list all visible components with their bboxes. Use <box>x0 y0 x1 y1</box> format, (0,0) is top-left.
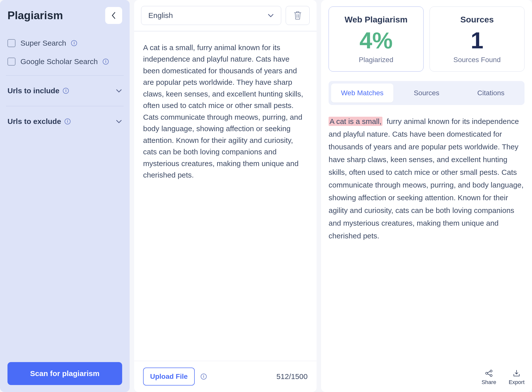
chevron-down-icon <box>116 119 122 123</box>
stat-title: Sources <box>435 15 519 24</box>
stat-cards: Web Plagiarism 4% Plagiarized Sources 1 … <box>329 6 525 72</box>
option-super-search[interactable]: Super Search i <box>7 34 122 52</box>
footer-left: Upload File i <box>143 368 207 386</box>
clear-button[interactable] <box>286 6 310 25</box>
upload-file-button[interactable]: Upload File <box>143 368 195 386</box>
results-panel: Web Plagiarism 4% Plagiarized Sources 1 … <box>321 0 532 392</box>
stat-card-sources[interactable]: Sources 1 Sources Found <box>430 6 525 72</box>
stat-card-plagiarism[interactable]: Web Plagiarism 4% Plagiarized <box>329 6 424 72</box>
accordion-label-wrap: Urls to include i <box>7 87 69 95</box>
info-icon[interactable]: i <box>201 374 207 380</box>
accordion-label-wrap: Urls to exclude i <box>7 117 71 126</box>
match-rest: furry animal known for its independence … <box>329 117 524 240</box>
stat-title: Web Plagiarism <box>334 15 418 24</box>
divider <box>6 106 124 106</box>
accordion-urls-include[interactable]: Urls to include i <box>7 80 122 101</box>
accordion-urls-exclude[interactable]: Urls to exclude i <box>7 111 122 132</box>
accordion-label: Urls to include <box>7 87 59 95</box>
option-label: Google Scholar Search <box>20 57 98 66</box>
checkbox-super-search[interactable] <box>7 39 15 47</box>
results-tabs: Web Matches Sources Citations <box>329 81 525 105</box>
share-label: Share <box>482 379 496 386</box>
info-icon[interactable]: i <box>63 88 69 94</box>
chevron-left-icon <box>111 11 116 20</box>
page-title: Plagiarism <box>7 9 63 22</box>
option-google-scholar[interactable]: Google Scholar Search i <box>7 52 122 71</box>
share-icon <box>485 369 493 378</box>
chevron-down-icon <box>116 89 122 93</box>
highlighted-match[interactable]: A cat is a small, <box>329 117 382 126</box>
tab-web-matches[interactable]: Web Matches <box>331 84 393 102</box>
editor-toolbar: English <box>134 0 317 31</box>
chevron-down-icon <box>267 13 274 17</box>
export-label: Export <box>509 379 525 386</box>
tab-citations[interactable]: Citations <box>460 84 522 102</box>
info-icon[interactable]: i <box>71 40 77 46</box>
back-button[interactable] <box>105 7 122 24</box>
text-input[interactable]: A cat is a small, furry animal known for… <box>134 31 317 361</box>
results-footer: Share Export <box>329 365 525 386</box>
share-button[interactable]: Share <box>482 369 496 386</box>
info-icon[interactable]: i <box>65 118 71 124</box>
char-count: 512/1500 <box>276 372 308 381</box>
scan-button[interactable]: Scan for plagiarism <box>7 362 122 385</box>
svg-line-6 <box>487 374 490 375</box>
svg-point-4 <box>490 375 492 377</box>
stat-value: 4% <box>334 29 418 52</box>
svg-point-3 <box>490 370 492 372</box>
stat-value: 1 <box>435 29 519 52</box>
language-value: English <box>148 11 173 20</box>
svg-line-5 <box>487 371 490 373</box>
sidebar: Plagiarism Super Search i Google Scholar… <box>0 0 130 392</box>
trash-icon <box>293 11 302 20</box>
info-icon[interactable]: i <box>103 59 109 65</box>
match-text: A cat is a small, furry animal known for… <box>329 115 525 365</box>
accordion-label: Urls to exclude <box>7 117 61 126</box>
export-button[interactable]: Export <box>509 369 525 386</box>
stat-sub: Plagiarized <box>334 56 418 64</box>
editor-panel: English A cat is a small, furry animal k… <box>134 0 317 392</box>
divider <box>6 75 124 76</box>
export-icon <box>512 369 521 378</box>
checkbox-google-scholar[interactable] <box>7 58 15 66</box>
option-label: Super Search <box>20 39 66 47</box>
stat-sub: Sources Found <box>435 56 519 64</box>
editor-footer: Upload File i 512/1500 <box>134 361 317 392</box>
tab-sources[interactable]: Sources <box>395 84 458 102</box>
sidebar-header: Plagiarism <box>7 7 122 24</box>
language-select[interactable]: English <box>141 6 281 25</box>
